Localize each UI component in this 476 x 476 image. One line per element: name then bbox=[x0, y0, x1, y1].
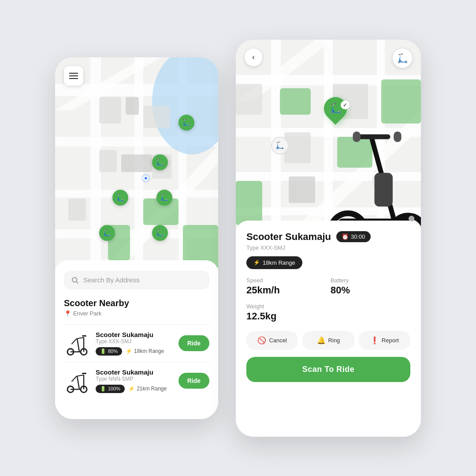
small-map-pin-1[interactable]: 🛴 bbox=[271, 137, 289, 154]
cancel-button[interactable]: 🚫 Cancel bbox=[246, 331, 298, 350]
battery-stat: Battery 80% bbox=[331, 277, 410, 296]
scooter-icon-button[interactable]: 🛴 bbox=[393, 49, 412, 68]
lightning-icon-2: ⚡ bbox=[128, 386, 135, 392]
svg-rect-19 bbox=[68, 199, 86, 221]
svg-rect-52 bbox=[236, 181, 262, 225]
range-badge-detail: ⚡ 18km Range bbox=[246, 256, 302, 269]
svg-rect-63 bbox=[357, 134, 390, 139]
battery-icon-2: 🔋 bbox=[100, 386, 106, 392]
detail-title: Scooter Sukamaju bbox=[246, 231, 331, 243]
map-pin-6[interactable]: 🛴 bbox=[152, 225, 168, 241]
hamburger-icon bbox=[69, 73, 78, 79]
detail-header: Scooter Sukamaju ⏰ 30:00 bbox=[246, 231, 410, 243]
bottom-panel-left: Search By Address Scooter Nearby 📍 Enver… bbox=[55, 260, 218, 419]
action-buttons: 🚫 Cancel 🔔 Ring ❗ Report bbox=[246, 331, 410, 350]
menu-button[interactable] bbox=[64, 66, 83, 86]
svg-rect-56 bbox=[289, 176, 315, 203]
user-location-dot bbox=[143, 176, 149, 181]
map-pin-1[interactable]: 🛴 bbox=[152, 154, 168, 170]
list-item: Scooter Sukamaju Type NNN-SMP 🔋 100% ⚡ 2… bbox=[64, 362, 209, 399]
location-row: 📍 Enver Park bbox=[64, 310, 209, 317]
scooter-type-1: Type XXX-SMJ bbox=[96, 338, 173, 345]
speed-label: Speed bbox=[246, 277, 326, 284]
map-pin-3[interactable]: 🛴 bbox=[112, 190, 128, 206]
scooter-icon: 🛴 bbox=[397, 53, 408, 64]
ride-button-2[interactable]: Ride bbox=[178, 373, 209, 389]
battery-value: 80% bbox=[331, 285, 410, 296]
svg-rect-15 bbox=[126, 97, 139, 115]
svg-rect-64 bbox=[353, 131, 360, 142]
svg-line-34 bbox=[77, 376, 79, 389]
list-item: Scooter Sukamaju Type XXX-SMJ 🔋 80% ⚡ 18… bbox=[64, 324, 209, 362]
svg-rect-38 bbox=[82, 373, 86, 374]
report-button[interactable]: ❗ Report bbox=[359, 331, 410, 350]
svg-rect-66 bbox=[375, 172, 393, 206]
battery-badge-1: 🔋 80% bbox=[96, 347, 122, 356]
ring-button[interactable]: 🔔 Ring bbox=[302, 331, 354, 350]
detail-panel: Scooter Sukamaju ⏰ 30:00 Type XXX-SMJ ⚡ … bbox=[236, 221, 421, 437]
weight-row: Weight 12.5kg bbox=[246, 303, 410, 322]
map-pin-4[interactable]: 🛴 bbox=[156, 190, 172, 206]
small-pin-icon-1: 🛴 bbox=[275, 141, 284, 150]
section-title: Scooter Nearby bbox=[64, 298, 209, 308]
svg-line-26 bbox=[77, 338, 79, 352]
report-icon: ❗ bbox=[370, 336, 379, 345]
location-text: Enver Park bbox=[73, 310, 101, 317]
speed-value: 25km/h bbox=[246, 285, 326, 296]
bell-icon: 🔔 bbox=[317, 336, 326, 345]
map-area-right: ‹ 🛴 🛴 ✓ 🛴 🛴 bbox=[236, 40, 421, 234]
svg-rect-14 bbox=[99, 97, 121, 124]
speed-stat: Speed 25km/h bbox=[246, 277, 326, 296]
range-badge-2: ⚡ 21km Range bbox=[128, 386, 167, 392]
svg-rect-16 bbox=[143, 106, 170, 128]
svg-line-22 bbox=[76, 281, 78, 283]
svg-rect-54 bbox=[236, 84, 262, 115]
back-button[interactable]: ‹ bbox=[245, 49, 262, 66]
phones-container: 🛴 🛴 🛴 🛴 🛴 🛴 Search By Address Scooter Ne… bbox=[55, 40, 421, 437]
cancel-icon: 🚫 bbox=[257, 336, 266, 345]
scan-to-ride-button[interactable]: Scan To Ride bbox=[246, 357, 410, 382]
checkmark-badge: ✓ bbox=[341, 101, 350, 109]
scooter-name-2: Scooter Sukamaju bbox=[96, 368, 173, 376]
weight-label: Weight bbox=[246, 303, 410, 310]
svg-line-37 bbox=[72, 376, 77, 382]
range-badge-1: ⚡ 18km Range bbox=[126, 348, 164, 354]
svg-rect-65 bbox=[394, 131, 401, 142]
weight-value: 12.5kg bbox=[246, 311, 410, 322]
search-icon bbox=[71, 276, 79, 284]
scooter-badges-2: 🔋 100% ⚡ 21km Range bbox=[96, 385, 173, 393]
left-phone: 🛴 🛴 🛴 🛴 🛴 🛴 Search By Address Scooter Ne… bbox=[55, 57, 218, 419]
stats-grid: Speed 25km/h Battery 80% bbox=[246, 277, 410, 296]
battery-badge-2: 🔋 100% bbox=[96, 385, 125, 393]
search-placeholder: Search By Address bbox=[83, 276, 140, 284]
clock-icon: ⏰ bbox=[342, 233, 349, 240]
scooter-thumbnail-2 bbox=[64, 367, 90, 394]
svg-line-29 bbox=[72, 338, 77, 344]
svg-line-35 bbox=[77, 375, 84, 376]
svg-rect-30 bbox=[82, 335, 86, 337]
timer-badge: ⏰ 30:00 bbox=[336, 231, 371, 242]
lightning-icon-detail: ⚡ bbox=[253, 259, 260, 266]
battery-label: Battery bbox=[331, 277, 410, 284]
location-pin-icon: 📍 bbox=[64, 310, 71, 317]
svg-rect-49 bbox=[280, 88, 311, 115]
svg-line-27 bbox=[77, 337, 84, 339]
right-phone: ‹ 🛴 🛴 ✓ 🛴 🛴 bbox=[236, 40, 421, 437]
map-area-left: 🛴 🛴 🛴 🛴 🛴 🛴 bbox=[55, 57, 218, 274]
lightning-icon-1: ⚡ bbox=[126, 348, 132, 354]
scooter-info-1: Scooter Sukamaju Type XXX-SMJ 🔋 80% ⚡ 18… bbox=[96, 331, 173, 356]
map-pin-2[interactable]: 🛴 bbox=[178, 115, 194, 131]
scooter-badges-1: 🔋 80% ⚡ 18km Range bbox=[96, 347, 173, 356]
svg-rect-18 bbox=[121, 154, 152, 172]
battery-icon-1: 🔋 bbox=[100, 349, 106, 354]
scooter-illustration bbox=[324, 110, 421, 234]
detail-type: Type XXX-SMJ bbox=[246, 244, 410, 251]
scooter-name-1: Scooter Sukamaju bbox=[96, 331, 173, 338]
svg-rect-17 bbox=[99, 150, 117, 172]
ride-button-1[interactable]: Ride bbox=[178, 335, 209, 351]
svg-point-21 bbox=[72, 277, 77, 282]
scooter-info-2: Scooter Sukamaju Type NNN-SMP 🔋 100% ⚡ 2… bbox=[96, 368, 173, 393]
scooter-type-2: Type NNN-SMP bbox=[96, 376, 173, 382]
search-bar[interactable]: Search By Address bbox=[64, 271, 209, 289]
map-pin-5[interactable]: 🛴 bbox=[99, 225, 115, 241]
